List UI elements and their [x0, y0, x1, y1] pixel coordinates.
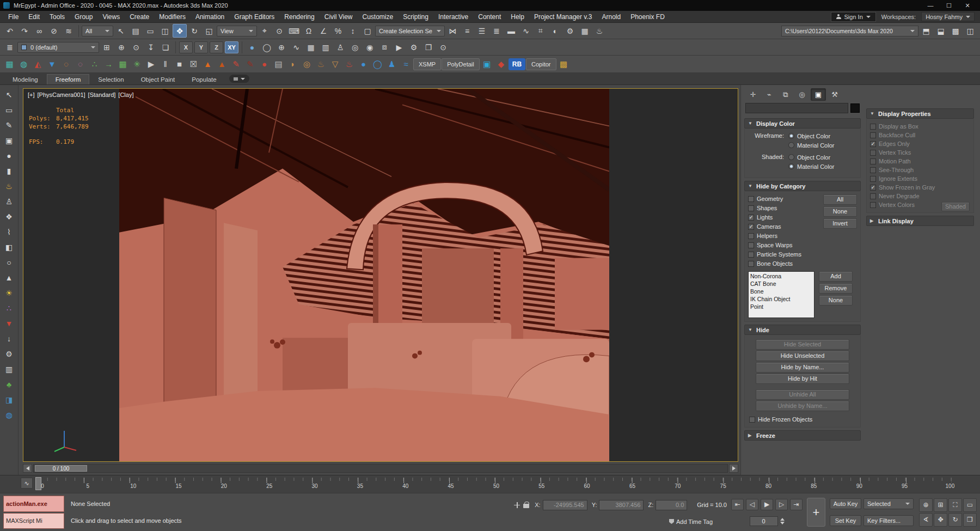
menu-item[interactable]: File	[3, 13, 23, 21]
modify-panel-tab[interactable]: ⌁	[762, 88, 777, 101]
panels-layout-icon[interactable]: ◫	[963, 24, 977, 38]
listener-output-line[interactable]: actionMan.exe	[3, 496, 64, 512]
display-as-box-checkbox[interactable]: Display as Box	[870, 122, 970, 131]
box-teal-icon[interactable]: ▦	[3, 57, 16, 71]
add-sphere-icon[interactable]: ⊕	[274, 40, 289, 54]
close-button[interactable]: ✕	[958, 2, 977, 9]
list-none-button[interactable]: None	[819, 295, 853, 306]
net-sphere-icon[interactable]: ◍	[17, 57, 30, 71]
add-time-tag-button[interactable]: Add Time Tag	[676, 518, 713, 525]
shaded-object-color-radio[interactable]: Object Color	[788, 153, 834, 161]
rb-button[interactable]: RB	[509, 58, 525, 70]
torus-icon[interactable]: ◎	[348, 40, 362, 54]
fov-icon[interactable]: ∢	[919, 513, 933, 527]
paint-red-icon[interactable]: ✎	[229, 57, 243, 71]
shaded-toggle-button[interactable]: Shaded	[941, 202, 970, 211]
hide-rollout-header[interactable]: Hide	[744, 325, 861, 335]
figure-icon[interactable]: ♙	[2, 194, 16, 209]
pause-icon[interactable]: ‖	[158, 57, 172, 71]
exclusion-listbox[interactable]: Non-CoronaCAT BoneBoneIK Chain ObjectPoi…	[748, 271, 814, 318]
paint-brush-icon[interactable]: ✎	[2, 118, 16, 132]
lights-checkbox[interactable]: Lights	[748, 213, 819, 222]
absolute-offset-toggle-icon[interactable]	[514, 502, 520, 508]
sphere-blue-icon[interactable]: ●	[357, 57, 370, 71]
menu-item[interactable]: Customize	[358, 13, 399, 21]
hand-icon[interactable]: ❖	[2, 210, 16, 224]
wireframe-object-color-radio[interactable]: Object Color	[788, 132, 834, 140]
list-item[interactable]: Non-Corona	[750, 272, 812, 280]
fire-preset-icon[interactable]: ▲	[215, 57, 229, 71]
menu-item[interactable]: Create	[125, 13, 154, 21]
list-item[interactable]: IK Chain Object	[750, 295, 812, 303]
bone-icon[interactable]: ⌇	[2, 225, 16, 239]
window-icon[interactable]: ❐	[421, 40, 436, 54]
layer-properties-icon[interactable]: ❏	[158, 40, 173, 54]
menu-item[interactable]: Phoenix FD	[626, 13, 670, 21]
ring-blue-icon[interactable]: ◯	[371, 57, 384, 71]
white-sphere-icon[interactable]: ○	[2, 255, 16, 270]
menu-item[interactable]: Graph Editors	[229, 13, 279, 21]
ignore-extents-checkbox[interactable]: Ignore Extents	[870, 174, 970, 183]
menu-item[interactable]: Rendering	[279, 13, 319, 21]
set-current-layer-icon[interactable]: ↧	[144, 40, 158, 54]
red-shape-icon[interactable]: ◭	[31, 57, 45, 71]
mini-curve-editor-button[interactable]: ∿	[21, 478, 33, 489]
go-to-start-button[interactable]: ⇤	[731, 499, 744, 510]
set-keys-button[interactable]: +	[807, 498, 825, 527]
time-slider-prev-arrow[interactable]	[23, 464, 32, 473]
edit-named-selection-sets-icon[interactable]: ▢	[360, 24, 375, 38]
paint-dark-icon[interactable]: ✎	[243, 57, 257, 71]
teapot-red-icon[interactable]: ♨	[342, 57, 356, 71]
person-icon[interactable]: ♙	[333, 40, 347, 54]
play-icon[interactable]: ▶	[144, 57, 158, 71]
coordinate-x-field[interactable]: -24995.545	[543, 500, 587, 510]
select-arrow-icon[interactable]: ↖	[2, 88, 16, 102]
current-frame-field[interactable]: 0	[750, 516, 778, 526]
menu-item[interactable]: Civil View	[320, 13, 358, 21]
play-box-icon[interactable]: ▶	[392, 40, 406, 54]
restrict-xy-plane-button[interactable]: XY	[225, 41, 238, 53]
listener-input-line[interactable]: MAXScript Mi	[3, 513, 64, 529]
menu-item[interactable]: Views	[97, 13, 125, 21]
motion-panel-tab[interactable]: ◎	[794, 88, 810, 101]
menu-item[interactable]: Arnold	[597, 13, 626, 21]
sphere-blue-icon[interactable]: ●	[245, 40, 259, 54]
bucket-icon[interactable]: ◨	[2, 393, 16, 407]
viewport-general-menu[interactable]: [+]	[28, 91, 35, 98]
chart-icon[interactable]: ▥	[2, 362, 16, 376]
zoom-icon[interactable]: ⊕	[919, 498, 933, 512]
motion-path-checkbox[interactable]: Motion Path	[870, 157, 970, 166]
add-button[interactable]: Add	[819, 271, 853, 282]
active-viewport[interactable]: [+] [PhysCamera001] [Standard] [Clay] To…	[23, 88, 738, 462]
remove-button[interactable]: Remove	[819, 283, 853, 294]
restrict-x-button[interactable]: X	[179, 41, 193, 53]
viewport-shading-menu[interactable]: [Clay]	[118, 91, 133, 98]
cone-icon[interactable]: ▲	[2, 271, 16, 285]
unhide-by-name-button[interactable]: Unhide by Name...	[756, 401, 849, 411]
pin-icon[interactable]: ↓	[2, 332, 16, 346]
time-slider-next-arrow[interactable]	[729, 464, 738, 473]
drop-red-icon[interactable]: ▼	[2, 316, 16, 331]
color-swatches-icon[interactable]: ▩	[557, 57, 571, 71]
menu-item[interactable]: Content	[473, 13, 506, 21]
copitor-button[interactable]: Copitor	[526, 58, 556, 70]
wave-icon[interactable]: ∿	[289, 40, 303, 54]
polydetail-button[interactable]: PolyDetail	[442, 58, 480, 70]
edges-only-checkbox[interactable]: Edges Only	[870, 139, 970, 148]
pink-ring-icon[interactable]: ◌	[74, 57, 87, 71]
maximize-viewport-icon[interactable]: ❒	[963, 513, 977, 527]
tab-selection[interactable]: Selection	[90, 75, 132, 84]
hide-by-category-rollout-header[interactable]: Hide by Category	[744, 181, 861, 191]
hierarchy-panel-tab[interactable]: ⧉	[778, 88, 793, 101]
rectangular-selection-region-icon[interactable]: ▭	[143, 24, 157, 38]
minimize-button[interactable]: —	[921, 2, 940, 9]
magma-icon[interactable]: ◆	[494, 57, 508, 71]
list-item[interactable]: CAT Bone	[750, 280, 812, 288]
import-file-icon[interactable]: ⬒	[919, 24, 933, 38]
list-item[interactable]: Bone	[750, 288, 812, 295]
sphere-net-icon[interactable]: ◍	[2, 408, 16, 422]
space-warps-checkbox[interactable]: Space Warps	[748, 241, 819, 249]
zoom-extents-icon[interactable]: ⛶	[948, 498, 962, 512]
workspace-selector[interactable]: Hosny Fahmy	[921, 12, 975, 21]
viewport-pov-menu[interactable]: [PhysCamera001]	[38, 91, 85, 98]
